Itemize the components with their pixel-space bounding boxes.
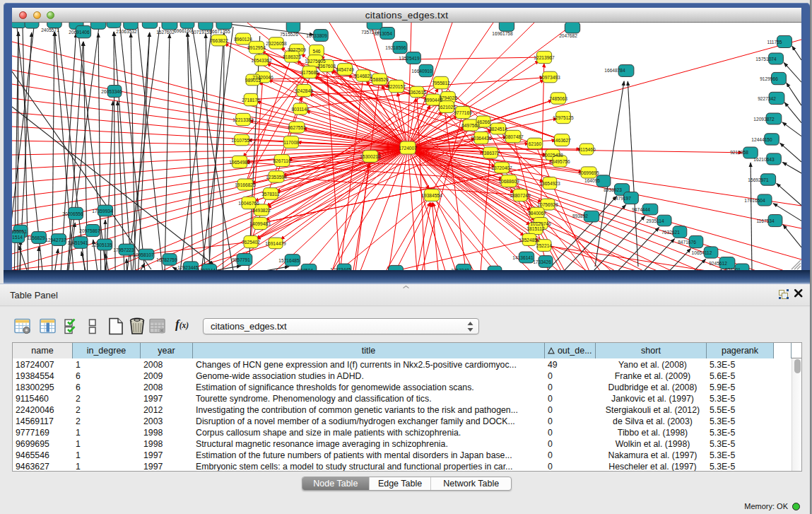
- svg-text:8267110: 8267110: [273, 158, 291, 163]
- svg-text:7625402: 7625402: [242, 240, 260, 245]
- svg-text:13654923: 13654923: [539, 181, 560, 186]
- svg-text:18807249: 18807249: [510, 193, 531, 198]
- svg-text:16671355: 16671355: [209, 29, 230, 34]
- svg-text:12213967: 12213967: [534, 55, 555, 60]
- svg-text:9840067: 9840067: [528, 211, 546, 216]
- svg-text:9245612: 9245612: [709, 261, 727, 266]
- svg-text:9777169: 9777169: [454, 110, 472, 115]
- svg-text:15751074: 15751074: [755, 57, 777, 62]
- svg-text:7663822: 7663822: [210, 38, 228, 43]
- svg-text:9474444: 9474444: [632, 207, 650, 212]
- svg-text:1167534: 1167534: [756, 218, 775, 223]
- svg-text:16210643: 16210643: [753, 157, 775, 162]
- svg-text:20364436: 20364436: [471, 136, 492, 141]
- svg-text:9857791: 9857791: [232, 257, 250, 262]
- svg-text:9227342: 9227342: [758, 96, 776, 101]
- svg-text:3578312: 3578312: [261, 192, 280, 197]
- svg-text:989015: 989015: [245, 78, 261, 83]
- svg-text:3175685: 3175685: [300, 70, 319, 75]
- svg-text:3493822: 3493822: [252, 208, 271, 213]
- svg-text:14136141: 14136141: [512, 255, 534, 260]
- svg-text:924501: 924501: [725, 267, 741, 270]
- svg-text:19384554: 19384554: [421, 193, 442, 198]
- svg-text:16961758: 16961758: [492, 31, 513, 36]
- svg-text:984504: 984504: [298, 268, 313, 270]
- svg-text:1156829: 1156829: [27, 235, 45, 240]
- svg-text:252214: 252214: [536, 243, 552, 248]
- svg-text:8960124: 8960124: [234, 37, 252, 42]
- svg-text:12923445: 12923445: [177, 265, 199, 270]
- svg-text:17957223: 17957223: [113, 247, 134, 252]
- svg-text:1815112: 1815112: [526, 226, 545, 231]
- svg-text:12505135: 12505135: [91, 243, 112, 247]
- svg-text:7386372: 7386372: [481, 151, 500, 156]
- svg-text:10046766: 10046766: [238, 201, 259, 206]
- svg-text:2405571: 2405571: [41, 28, 59, 33]
- svg-text:15692971: 15692971: [748, 177, 769, 182]
- svg-text:8031144: 8031144: [291, 107, 310, 112]
- svg-text:13524851: 13524851: [519, 238, 540, 243]
- svg-text:8471676: 8471676: [678, 240, 696, 245]
- svg-text:10688609: 10688609: [498, 179, 519, 184]
- svg-text:62160: 62160: [529, 141, 542, 146]
- svg-text:9242848: 9242848: [295, 88, 313, 93]
- svg-text:16640910: 16640910: [411, 69, 433, 74]
- svg-text:9115460: 9115460: [577, 147, 596, 152]
- svg-text:1733426: 1733426: [533, 259, 551, 264]
- svg-text:19166825: 19166825: [235, 182, 256, 187]
- svg-text:20206556: 20206556: [62, 211, 83, 216]
- svg-text:8220157: 8220157: [387, 84, 406, 89]
- svg-text:15300218: 15300218: [360, 154, 381, 159]
- svg-text:8813054: 8813054: [374, 31, 392, 36]
- svg-text:1292344: 1292344: [197, 268, 216, 270]
- svg-text:12942737: 12942737: [45, 238, 66, 243]
- svg-text:8938923: 8938923: [604, 187, 622, 192]
- svg-text:7632621: 7632621: [661, 230, 680, 235]
- svg-text:10958107: 10958107: [133, 252, 154, 257]
- svg-text:3824514: 3824514: [489, 127, 507, 132]
- svg-text:9129966: 9129966: [760, 76, 778, 81]
- svg-text:7515526: 7515526: [280, 32, 298, 37]
- svg-text:2655051: 2655051: [12, 229, 27, 234]
- svg-text:164095: 164095: [584, 178, 600, 183]
- svg-text:12923445: 12923445: [330, 267, 351, 270]
- svg-text:11451941: 11451941: [68, 240, 88, 245]
- svg-text:12353594: 12353594: [266, 175, 287, 180]
- svg-text:17016504: 17016504: [744, 198, 765, 203]
- svg-text:8627552: 8627552: [288, 125, 306, 130]
- svg-text:17359934: 17359934: [92, 209, 113, 214]
- svg-text:10107554: 10107554: [231, 138, 252, 143]
- svg-text:10756928: 10756928: [537, 202, 558, 207]
- svg-text:2935114: 2935114: [646, 218, 664, 223]
- svg-text:16782759: 16782759: [156, 257, 177, 262]
- svg-text:8454749: 8454749: [336, 67, 354, 72]
- svg-text:13495756: 13495756: [549, 159, 570, 164]
- svg-text:10120746: 10120746: [530, 221, 551, 226]
- svg-text:10807487: 10807487: [502, 134, 524, 139]
- svg-text:13525419: 13525419: [399, 56, 420, 61]
- svg-text:1362615: 1362615: [408, 90, 426, 95]
- svg-text:7955812: 7955812: [432, 81, 450, 86]
- svg-text:14099483: 14099483: [249, 221, 271, 226]
- svg-text:20691406: 20691406: [69, 30, 90, 35]
- svg-text:13275605: 13275605: [305, 59, 326, 64]
- svg-text:13720407: 13720407: [491, 165, 512, 170]
- svg-text:391514: 391514: [12, 235, 23, 240]
- svg-text:7485063: 7485063: [549, 96, 567, 101]
- svg-text:9794028: 9794028: [439, 95, 457, 100]
- svg-text:10025438: 10025438: [542, 153, 563, 158]
- svg-text:893892: 893892: [572, 214, 588, 218]
- svg-text:20975867: 20975867: [79, 228, 100, 233]
- svg-text:15716485: 15716485: [278, 258, 300, 263]
- svg-text:19654983: 19654983: [229, 160, 250, 165]
- svg-text:546: 546: [312, 49, 320, 54]
- svg-text:2718176: 2718176: [242, 98, 260, 103]
- svg-text:9327509: 9327509: [288, 47, 306, 52]
- svg-text:8912954: 8912954: [247, 45, 266, 50]
- svg-text:1621025: 1621025: [437, 105, 456, 110]
- svg-text:10699695: 10699695: [578, 170, 599, 175]
- svg-text:12093872: 12093872: [753, 117, 775, 122]
- svg-text:1588520: 1588520: [370, 77, 389, 82]
- svg-text:21063532: 21063532: [116, 29, 137, 34]
- svg-text:2047682: 2047682: [559, 33, 577, 38]
